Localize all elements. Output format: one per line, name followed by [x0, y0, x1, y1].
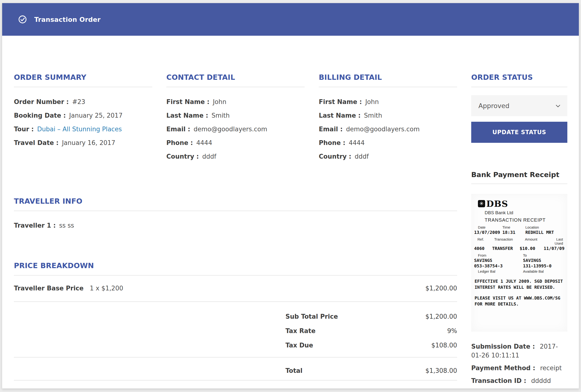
amount-header: Amount	[525, 237, 552, 245]
price-breakdown-section: PRICE BREAKDOWN Traveller Base Price 1 x…	[14, 261, 457, 381]
ref-header: Ref.	[474, 237, 494, 245]
tax-due-amount: $108.00	[431, 341, 457, 349]
booking-date-row: Booking Date : January 25, 2017	[14, 112, 152, 120]
billing-first-name-row: First Name : John	[319, 98, 457, 106]
receipt-last-used: 11/07/09	[544, 246, 564, 251]
receipt-notice-2: PLEASE VISIT US AT WWW.DBS.COM/SG FOR MO…	[474, 295, 564, 307]
ledger-bal-label: Ledger Bal	[474, 269, 523, 273]
receipt-title: TRANSACTION RECEIPT	[485, 217, 564, 223]
tour-link[interactable]: Dubai – All Stunning Places	[37, 126, 122, 133]
bank-payment-receipt-heading: Bank Payment Receipt	[471, 171, 567, 179]
last-used-header: Last Used	[552, 237, 564, 245]
email-value: demo@goodlayers.com	[194, 125, 267, 133]
contact-first-name-row: First Name : John	[166, 98, 305, 106]
base-price-detail: 1 x $1,200	[90, 284, 123, 292]
booking-date-label: Booking Date :	[14, 112, 66, 120]
payment-method-row: Payment Method : receipt	[471, 364, 567, 373]
traveller-1-label: Traveller 1 :	[14, 222, 56, 230]
order-number-value: #23	[72, 98, 85, 106]
order-summary-heading: ORDER SUMMARY	[14, 73, 152, 81]
booking-date-value: January 25, 2017	[69, 112, 123, 120]
total-label: Total	[286, 367, 302, 375]
dbs-logo-mark-icon: ✳	[478, 200, 485, 207]
billing-country-row: Country : dddf	[319, 153, 457, 161]
receipt-time: 18:31	[502, 230, 526, 235]
submission-date-row: Submission Date : 2017-01-26 10:11:11	[471, 342, 567, 360]
tour-row: Tour : Dubai – All Stunning Places	[14, 125, 152, 133]
order-number-label: Order Number :	[14, 98, 69, 106]
order-summary-section: ORDER SUMMARY Order Number : #23 Booking…	[14, 73, 152, 153]
transaction-id-label: Transaction ID :	[471, 377, 526, 384]
contact-phone-row: Phone : 4444	[166, 139, 305, 147]
sub-total-row: Sub Total Price $1,200.00	[286, 313, 457, 321]
email-label: Email :	[319, 125, 343, 133]
tax-rate-value: 9%	[447, 327, 457, 335]
phone-label: Phone :	[166, 139, 193, 147]
last-name-value: Smith	[212, 112, 230, 120]
phone-label: Phone :	[319, 139, 346, 147]
billing-last-name-row: Last Name : Smith	[319, 112, 457, 120]
first-name-value: John	[365, 98, 379, 106]
billing-detail-heading: BILLING DETAIL	[319, 73, 457, 81]
receipt-date: 13/07/2009	[474, 230, 502, 235]
transaction-order-card: Transaction Order ORDER SUMMARY Order Nu…	[2, 3, 579, 389]
phone-value: 4444	[196, 139, 212, 147]
update-status-button[interactable]: UPDATE STATUS	[471, 122, 567, 143]
order-status-select[interactable]: Approved	[471, 95, 567, 116]
dbs-logo: ✳ DBS	[478, 199, 564, 209]
contact-last-name-row: Last Name : Smith	[166, 112, 305, 120]
travel-date-label: Travel Date :	[14, 139, 58, 147]
to-type: SAVINGS	[523, 258, 564, 263]
content-area: ORDER SUMMARY Order Number : #23 Booking…	[2, 36, 579, 389]
to-header: To	[523, 253, 564, 257]
total-amount: $1,308.00	[426, 367, 457, 375]
receipt-transaction: TRANSFER	[492, 246, 520, 251]
order-status-heading: ORDER STATUS	[471, 73, 567, 81]
last-name-label: Last Name :	[319, 112, 361, 120]
billing-phone-row: Phone : 4444	[319, 139, 457, 147]
travel-date-value: January 16, 2017	[62, 139, 115, 147]
travel-date-row: Travel Date : January 16, 2017	[14, 139, 152, 147]
base-price-row: Traveller Base Price 1 x $1,200 $1,200.0…	[14, 276, 457, 301]
from-account: 053-38754-3	[474, 263, 523, 268]
receipt-location: REDHILL MRT	[526, 230, 564, 235]
tax-due-label: Tax Due	[286, 341, 313, 349]
receipt-notice-1: EFFECTIVE 1 JULY 2009. SGD DEPOSIT INTER…	[474, 278, 564, 290]
phone-value: 4444	[349, 139, 364, 147]
time-header: Time	[502, 225, 526, 229]
appbar: Transaction Order	[2, 3, 579, 36]
submission-date-label: Submission Date :	[471, 343, 535, 350]
to-account: 131-13995-0	[523, 263, 564, 268]
first-name-label: First Name :	[166, 98, 210, 106]
section-divider	[471, 184, 567, 184]
page-title: Transaction Order	[34, 16, 100, 23]
first-name-label: First Name :	[319, 98, 362, 106]
country-value: dddf	[202, 153, 216, 161]
order-number-row: Order Number : #23	[14, 98, 152, 106]
price-divider	[14, 380, 457, 381]
last-name-label: Last Name :	[166, 112, 208, 120]
location-header: Location	[526, 225, 564, 229]
transaction-header: Transaction	[494, 237, 525, 245]
traveller-1-row: Traveller 1 : ss ss	[14, 222, 457, 230]
section-divider	[471, 87, 567, 87]
price-breakdown-heading: PRICE BREAKDOWN	[14, 261, 457, 270]
last-name-value: Smith	[364, 112, 382, 120]
country-value: dddf	[355, 153, 369, 161]
tax-rate-label: Tax Rate	[286, 327, 316, 335]
contact-detail-section: CONTACT DETAIL First Name : John Last Na…	[166, 73, 305, 166]
receipt-amount: $10.00	[520, 246, 544, 251]
contact-country-row: Country : dddf	[166, 153, 305, 161]
total-row: Total $1,308.00	[14, 358, 457, 380]
base-price-label: Traveller Base Price	[14, 284, 84, 292]
tax-due-row: Tax Due $108.00	[286, 341, 457, 349]
traveller-1-value: ss ss	[59, 222, 74, 230]
email-label: Email :	[166, 125, 190, 133]
country-label: Country :	[166, 153, 199, 161]
email-value: demo@goodlayers.com	[346, 125, 420, 133]
bank-receipt-image: ✳ DBS DBS Bank Ltd TRANSACTION RECEIPT D…	[471, 194, 567, 332]
traveller-info-section: TRAVELLER INFO Traveller 1 : ss ss	[14, 197, 457, 235]
from-type: SAVINGS	[474, 258, 523, 263]
order-status-sidebar: ORDER STATUS Approved UPDATE STATUS Bank…	[471, 73, 567, 389]
date-header: Date	[474, 225, 502, 229]
